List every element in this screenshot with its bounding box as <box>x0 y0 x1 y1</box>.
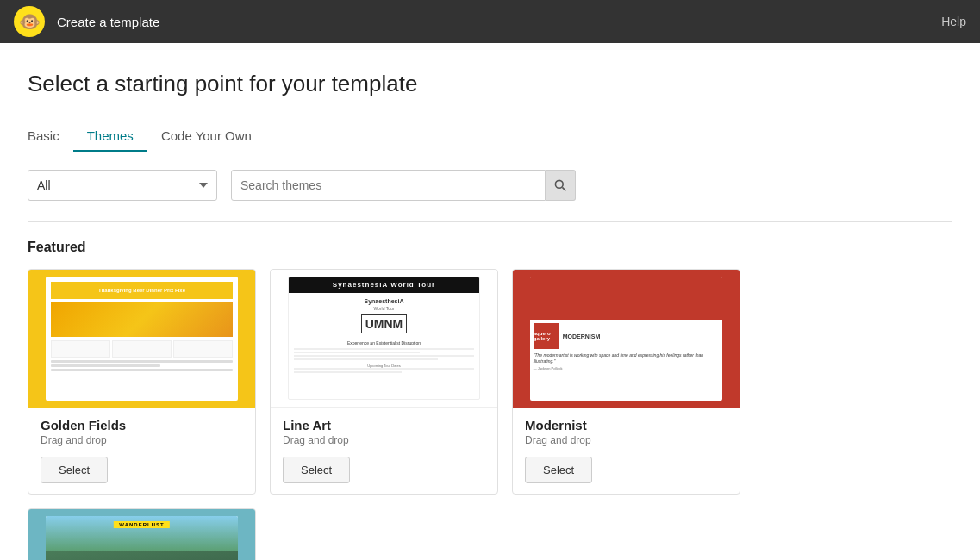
page-title: Select a starting point for your templat… <box>28 71 952 97</box>
svg-point-0 <box>556 180 564 188</box>
help-link[interactable]: Help <box>941 15 966 28</box>
card-golden-fields: Thanksgiving Beer Dinner Prix Fixe Gol <box>28 269 256 495</box>
card-thumb-wanderlust: WANDERLUST SECLUDED BEACHES Explore the … <box>28 509 255 560</box>
select-button-golden-fields[interactable]: Select <box>41 457 108 483</box>
svg-line-1 <box>563 187 566 190</box>
card-info-line-art: Line Art Drag and drop Select <box>271 408 497 494</box>
main-content: Select a starting point for your templat… <box>0 43 980 560</box>
card-modernist: aquero gallery MODERNISM "The modern art… <box>512 269 740 495</box>
card-type-line-art: Drag and drop <box>283 434 485 446</box>
card-line-art: SynaesthesiA World Tour SynaesthesiA Wor… <box>270 269 498 495</box>
search-icon <box>553 178 567 192</box>
card-name-golden-fields: Golden Fields <box>41 418 243 432</box>
card-thumb-modernist: aquero gallery MODERNISM "The modern art… <box>513 270 740 408</box>
featured-section: Featured Thanksgiving Beer Dinner Prix F… <box>28 240 952 560</box>
featured-section-title: Featured <box>28 240 952 255</box>
search-input[interactable] <box>231 170 546 201</box>
featured-card-grid: Thanksgiving Beer Dinner Prix Fixe Gol <box>28 269 952 560</box>
card-thumb-line-art: SynaesthesiA World Tour SynaesthesiA Wor… <box>271 270 497 408</box>
card-type-modernist: Drag and drop <box>525 434 727 446</box>
card-thumb-golden-fields: Thanksgiving Beer Dinner Prix Fixe <box>28 270 255 408</box>
mailchimp-logo: 🐵 <box>14 6 45 37</box>
card-type-golden-fields: Drag and drop <box>41 434 243 446</box>
card-wanderlust: WANDERLUST SECLUDED BEACHES Explore the … <box>28 508 256 560</box>
card-info-golden-fields: Golden Fields Drag and drop Select <box>28 408 255 494</box>
search-button[interactable] <box>546 170 576 201</box>
select-button-modernist[interactable]: Select <box>525 457 592 483</box>
filter-row: All <box>28 170 952 201</box>
tab-themes[interactable]: Themes <box>73 121 147 152</box>
header-title: Create a template <box>57 15 159 29</box>
search-wrapper <box>231 170 576 201</box>
section-divider <box>28 221 952 222</box>
tab-bar: Basic Themes Code Your Own <box>28 121 952 152</box>
card-name-modernist: Modernist <box>525 418 727 432</box>
category-select[interactable]: All <box>28 170 217 201</box>
card-name-line-art: Line Art <box>283 418 485 432</box>
tab-basic[interactable]: Basic <box>28 121 73 152</box>
tab-code-your-own[interactable]: Code Your Own <box>147 121 265 152</box>
header-left: 🐵 Create a template <box>14 6 159 37</box>
card-info-modernist: Modernist Drag and drop Select <box>513 408 740 494</box>
app-header: 🐵 Create a template Help <box>0 0 980 43</box>
select-button-line-art[interactable]: Select <box>283 457 350 483</box>
